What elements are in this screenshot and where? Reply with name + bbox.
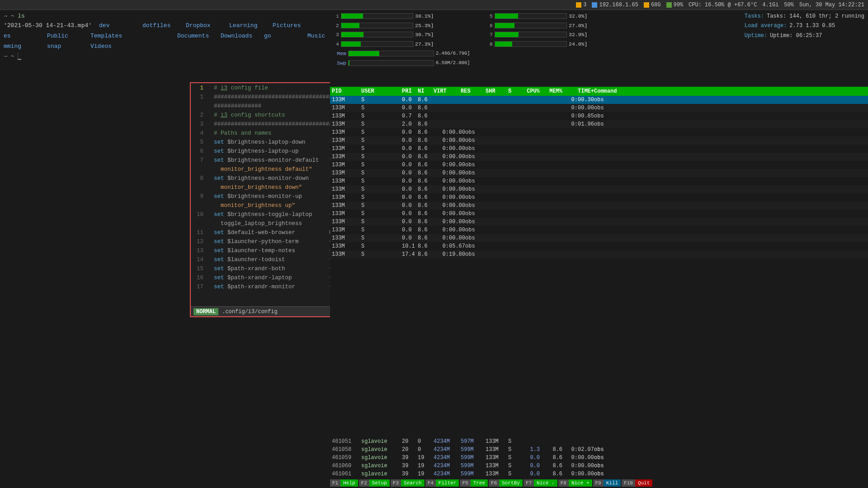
- table-row[interactable]: 461058 sglavoie 20 0 4234M 599M 133M S 1…: [330, 446, 868, 454]
- vim-line-num: 16: [191, 274, 207, 283]
- topbar: 3 192.168.1.65 68G 99% CPU: 16.50% @ +67…: [0, 0, 868, 10]
- terminal-output: → ~ ls '2021-05-30 14-21-43.mp4' dev dot…: [0, 10, 330, 82]
- load-row: Load average: 2.73 1.33 0.85: [745, 21, 864, 30]
- cpu-pct: 25.3%]: [415, 21, 435, 30]
- table-row[interactable]: 133M S 0.0 8.6 0:00.00 obs: [330, 218, 868, 226]
- table-row[interactable]: 133M S 0.0 8.6 0:00.00 obs: [330, 153, 868, 161]
- uptime-row: Uptime: Uptime: 06:25:37: [745, 31, 864, 40]
- vim-line-content: set $brightness-monitor-down "python3 ~/…: [207, 174, 330, 183]
- col-header-pid[interactable]: PID: [332, 88, 361, 94]
- proc-time: 0:05.67: [434, 243, 465, 249]
- col-header-cpu[interactable]: CPU%: [517, 88, 540, 94]
- col-header-virt[interactable]: VIRT: [434, 88, 461, 94]
- vim-line: 7 set $brightness-monitor-default "pytho…: [191, 156, 330, 165]
- table-row[interactable]: 133M S 0.0 8.6 0:00.00 obs: [330, 177, 868, 185]
- htop-cpu-left: 1 30.1%] 2 25.3%] 3: [330, 10, 484, 87]
- proc-time: 0:00.85: [562, 113, 594, 119]
- table-row[interactable]: 133M S 0.0 8.6 0:00.00 obs: [330, 185, 868, 193]
- table-row[interactable]: 133M S 2.0 8.6 0:01.96 obs: [330, 120, 868, 128]
- func-help[interactable]: Help: [340, 479, 358, 487]
- col-header-user[interactable]: USER: [361, 88, 402, 94]
- vim-line-content: # i3 config shortcuts: [207, 111, 330, 120]
- htop-process-list: 133M S 0.0 8.6 0:00.30 obs 133M S 0.0 8.…: [330, 96, 868, 437]
- proc-pri: 0.7: [402, 113, 418, 119]
- proc-time: 0:00.00: [434, 170, 465, 176]
- proc-ni: 8.6: [418, 211, 434, 217]
- table-row[interactable]: 133M S 0.7 8.6 0:00.85 obs: [330, 112, 868, 120]
- left-terminal-panel[interactable]: → ~ ls '2021-05-30 14-21-43.mp4' dev dot…: [0, 10, 330, 488]
- htop-cpu-right: 5 32.0%] 6 27.0%] 7: [484, 10, 741, 87]
- func-kill[interactable]: Kill: [604, 479, 621, 487]
- vim-line: monitor_brightness default": [191, 165, 330, 174]
- disk-usage: 68G: [651, 2, 661, 8]
- proc-user: S: [361, 178, 402, 184]
- cpu-row-5: 5 32.0%]: [486, 12, 738, 21]
- func-tree[interactable]: Tree: [471, 479, 488, 487]
- col-header-ni[interactable]: NI: [418, 88, 434, 94]
- htop-process-header: PID USER PRI NI VIRT RES SHR S CPU% MEM%…: [330, 87, 868, 96]
- col-header-cmd[interactable]: Command: [594, 88, 866, 94]
- proc-pid: 133M: [332, 145, 361, 152]
- cpu-bar-fill: [341, 42, 361, 47]
- func-sortby[interactable]: SortBy: [499, 479, 523, 487]
- table-row[interactable]: 461060 sglavoie 39 19 4234M 599M 133M S …: [330, 462, 868, 470]
- ls-item: snap: [47, 42, 83, 52]
- proc-time: 0:19.80: [434, 251, 465, 258]
- table-row[interactable]: 133M S 0.0 8.6 0:00.00 obs: [330, 202, 868, 210]
- table-row[interactable]: 133M S 0.0 8.6 0:00.00 obs: [330, 226, 868, 234]
- col-header-time[interactable]: TIME+: [562, 88, 594, 94]
- table-row[interactable]: 133M S 0.0 8.6 0:00.00 obs: [330, 104, 868, 112]
- proc-user: S: [361, 186, 402, 192]
- vim-line: 3 #####################################: [191, 120, 330, 129]
- col-header-res[interactable]: RES: [461, 88, 486, 94]
- mem-pct: 2.46G/6.79G]: [436, 50, 470, 58]
- table-row[interactable]: 461061 sglavoie 39 19 4234M 599M 133M S …: [330, 470, 868, 478]
- table-row[interactable]: 133M S 10.1 8.6 0:05.67 obs: [330, 242, 868, 250]
- bproc-cpu: 0.0: [517, 455, 540, 461]
- table-row[interactable]: 461059 sglavoie 39 19 4234M 599M 133M S …: [330, 454, 868, 462]
- table-row[interactable]: 133M S 0.0 8.6 0:00.00 obs: [330, 193, 868, 202]
- table-row[interactable]: 133M S 0.0 8.6 0:00.00 obs: [330, 169, 868, 177]
- proc-user: S: [361, 235, 402, 241]
- bproc-cmd: obs: [594, 471, 866, 477]
- vim-editor[interactable]: 1 # i3 config file 1 ###################…: [190, 82, 330, 317]
- bproc-virt: 4234M: [434, 471, 461, 477]
- col-header-mem[interactable]: MEM%: [540, 88, 562, 94]
- bproc-s: S: [508, 446, 517, 453]
- table-row[interactable]: 133M S 0.0 8.6 0:00.00 obs: [330, 128, 868, 136]
- cpu-bar: [341, 41, 413, 47]
- col-header-s[interactable]: S: [508, 88, 517, 94]
- proc-cmd: obs: [465, 170, 866, 176]
- uptime-label: Uptime:: [745, 31, 767, 40]
- cpu-pct: 30.7%]: [415, 30, 435, 39]
- table-row[interactable]: 133M S 0.0 8.6 0:00.00 obs: [330, 234, 868, 242]
- vim-line-num: [191, 202, 207, 211]
- table-row[interactable]: 133M S 0.0 8.6 0:00.00 obs: [330, 145, 868, 153]
- tasks-row: Tasks: Tasks: 144, 610 thr; 2 running: [745, 12, 864, 21]
- proc-time: 0:00.00: [562, 105, 594, 111]
- col-header-pri[interactable]: PRI: [402, 88, 418, 94]
- table-row[interactable]: 133M S 0.0 8.6 0:00.00 obs: [330, 210, 868, 218]
- ls-item: dotfiles: [142, 21, 179, 31]
- vim-line-num: [191, 102, 207, 111]
- func-quit[interactable]: Quit: [635, 479, 652, 487]
- func-nice-minus[interactable]: Nice -: [534, 479, 557, 487]
- func-filter[interactable]: Filter: [436, 479, 459, 487]
- func-search[interactable]: Search: [401, 479, 425, 487]
- table-row[interactable]: 133M S 0.0 8.6 0:00.00 obs: [330, 161, 868, 169]
- cpu-label: 5: [486, 12, 493, 21]
- tasks-value: Tasks: 144, 610 thr; 2 running: [767, 12, 864, 21]
- prompt-arrow2: →: [4, 53, 7, 60]
- table-row[interactable]: 133M S 0.0 8.6 0:00.30 obs: [330, 96, 868, 104]
- table-row[interactable]: 461051 sglavoie 20 0 4234M 597M 133M S: [330, 437, 868, 446]
- vim-line-num: [191, 165, 207, 174]
- bproc-pid: 461051: [332, 438, 361, 445]
- col-header-shr[interactable]: SHR: [486, 88, 508, 94]
- proc-user: S: [361, 137, 402, 144]
- table-row[interactable]: 133M S 17.4 8.6 0:19.80 obs: [330, 250, 868, 258]
- func-nice-plus[interactable]: Nice +: [569, 479, 592, 487]
- table-row[interactable]: 133M S 0.0 8.6 0:00.00 obs: [330, 136, 868, 145]
- func-setup[interactable]: Setup: [369, 479, 390, 487]
- cpu-bar: [495, 41, 567, 47]
- proc-cmd: obs: [465, 178, 866, 184]
